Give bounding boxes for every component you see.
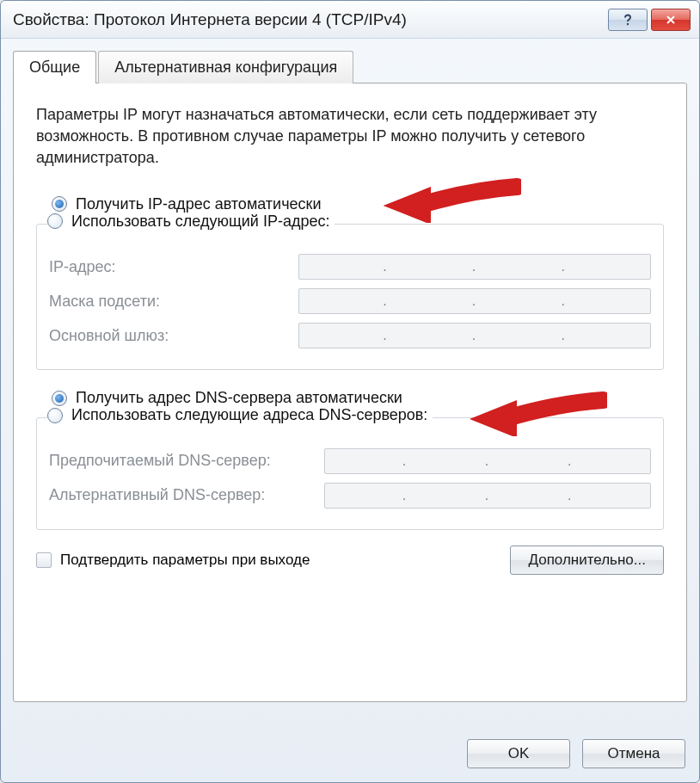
svg-point-0 (627, 22, 629, 24)
input-ip-address[interactable]: ... (298, 254, 651, 280)
groupbox-dns-manual: Использовать следующие адреса DNS-сервер… (36, 417, 664, 530)
dialog-window: Свойства: Протокол Интернета версии 4 (T… (0, 0, 700, 783)
groupbox-ip-manual: Использовать следующий IP-адрес: IP-адре… (36, 224, 664, 371)
radio-row-ip-manual[interactable]: Использовать следующий IP-адрес: (47, 213, 335, 231)
ok-button-label: OK (508, 745, 530, 762)
advanced-button[interactable]: Дополнительно... (510, 546, 664, 575)
radio-row-dns-manual[interactable]: Использовать следующие адреса DNS-сервер… (47, 406, 433, 424)
checkbox-validate-label: Подтвердить параметры при выходе (60, 552, 310, 569)
label-mask: Маска подсети: (49, 293, 298, 311)
radio-ip-manual-label: Использовать следующий IP-адрес: (71, 213, 329, 231)
input-default-gateway[interactable]: ... (298, 323, 651, 348)
help-icon (621, 13, 635, 27)
dialog-body: Общие Альтернативная конфигурация Параме… (1, 39, 699, 725)
label-gateway: Основной шлюз: (49, 327, 298, 345)
radio-ip-auto-label: Получить IP-адрес автоматически (76, 195, 322, 213)
radio-dns-auto-label: Получить адрес DNS-сервера автоматически (76, 389, 402, 407)
panel-footer-row: Подтвердить параметры при выходе Дополни… (36, 546, 664, 575)
radio-dns-manual[interactable] (47, 408, 63, 423)
tab-panel-general: Параметры IP могут назначаться автоматич… (13, 83, 687, 702)
window-title: Свойства: Протокол Интернета версии 4 (T… (13, 10, 605, 29)
close-button[interactable] (651, 9, 691, 31)
tab-general[interactable]: Общие (13, 51, 96, 83)
input-dns-alternate[interactable]: ... (324, 483, 651, 509)
advanced-button-label: Дополнительно... (528, 552, 646, 569)
field-row-dns-preferred: Предпочитаемый DNS-сервер: ... (49, 448, 651, 474)
radio-ip-auto[interactable] (52, 196, 67, 212)
field-row-mask: Маска подсети: ... (49, 288, 651, 314)
cancel-button-label: Отмена (608, 745, 660, 762)
tab-general-label: Общие (29, 59, 80, 76)
help-button[interactable] (608, 9, 648, 31)
radio-dns-auto[interactable] (52, 391, 67, 406)
field-row-ip: IP-адрес: ... (49, 254, 651, 280)
checkbox-row-validate[interactable]: Подтвердить параметры при выходе (36, 552, 310, 569)
dialog-footer: OK Отмена (1, 725, 699, 782)
tab-alternate-label: Альтернативная конфигурация (114, 59, 337, 76)
label-dns-preferred: Предпочитаемый DNS-сервер: (49, 452, 324, 470)
ok-button[interactable]: OK (467, 739, 570, 768)
tab-strip: Общие Альтернативная конфигурация (13, 51, 687, 83)
label-dns-alternate: Альтернативный DNS-сервер: (49, 486, 324, 504)
field-row-gateway: Основной шлюз: ... (49, 323, 651, 348)
intro-text: Параметры IP могут назначаться автоматич… (36, 104, 664, 170)
label-ip: IP-адрес: (49, 258, 298, 276)
close-icon (665, 14, 677, 26)
cancel-button[interactable]: Отмена (582, 739, 685, 768)
input-subnet-mask[interactable]: ... (298, 288, 651, 314)
radio-ip-manual[interactable] (47, 213, 63, 229)
title-bar: Свойства: Протокол Интернета версии 4 (T… (1, 1, 699, 39)
radio-dns-manual-label: Использовать следующие адреса DNS-сервер… (71, 406, 427, 424)
tab-alternate[interactable]: Альтернативная конфигурация (98, 51, 353, 83)
checkbox-validate[interactable] (36, 552, 52, 568)
input-dns-preferred[interactable]: ... (324, 448, 651, 474)
field-row-dns-alternate: Альтернативный DNS-сервер: ... (49, 483, 651, 509)
